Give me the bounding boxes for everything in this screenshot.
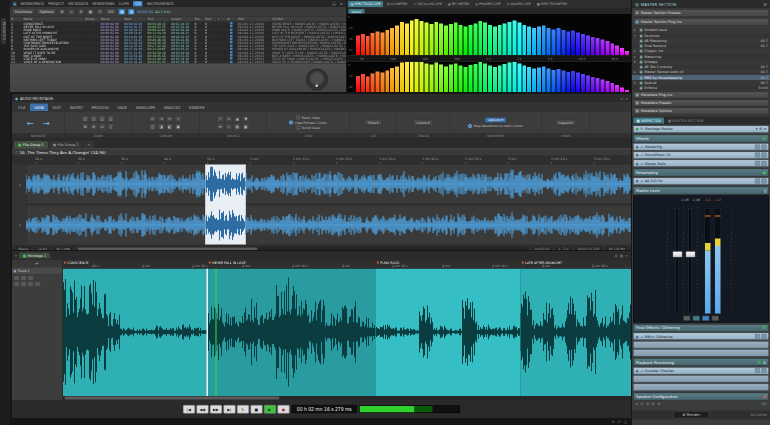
ribbon-tab-view[interactable]: VIEW — [30, 104, 48, 112]
navigate-back-button[interactable]: ← — [24, 118, 35, 127]
waveform-display[interactable]: 00 — [12, 165, 631, 245]
add-icon[interactable]: ⊞ — [759, 127, 762, 131]
column-header-1[interactable]: Name — [23, 17, 85, 22]
cd-text-checkbox[interactable] — [230, 25, 233, 28]
meter-mini-button[interactable] — [712, 315, 720, 321]
meter-tab-spectrometer[interactable]: ▦SPECTROMETER — [534, 1, 569, 7]
waveform-selection[interactable] — [205, 165, 246, 245]
playback-add-icon[interactable]: ⊞ — [757, 360, 760, 365]
grid-icon[interactable]: ▦ — [87, 8, 95, 15]
waveform-right-channel[interactable] — [26, 206, 631, 245]
track-gear-button[interactable] — [14, 282, 20, 287]
add-final-effect-button[interactable]: ⊞ — [763, 326, 766, 331]
bypass-icon[interactable]: ◉ — [636, 161, 639, 165]
effect-slot[interactable]: ◉ ⊿SoundMaxx 16 — [633, 151, 769, 159]
record-button[interactable]: ● — [277, 405, 289, 414]
bypass-icon[interactable]: ◉ — [636, 179, 639, 183]
ribbon-tab-process[interactable]: PROCESS — [87, 104, 113, 112]
tool-icon[interactable]: ◫ — [149, 123, 157, 130]
view-option-static-view[interactable]: Static View — [296, 116, 320, 120]
panel-tab-inspector[interactable]: ▦ INSPECTOR — [634, 118, 664, 124]
ribbon-tab-file[interactable]: FILE — [14, 104, 30, 112]
audio-clip[interactable] — [208, 269, 377, 397]
tree-arrow-icon[interactable]: ▾ — [634, 60, 638, 64]
cd-text-checkbox[interactable] — [230, 57, 233, 60]
montage-tab[interactable]: ■ Montage 1 — [19, 253, 50, 259]
editor-time-ruler[interactable]: 10 s20 s30 s40 s50 s1 mn1 mn 10 s1 mn 20… — [12, 156, 631, 165]
dropdown-icon[interactable]: ▾ — [756, 127, 758, 131]
menu-item-project[interactable]: PROJECT — [48, 1, 64, 6]
montage-clips-area[interactable] — [63, 269, 632, 397]
panel-menu-icon[interactable]: ☰ — [763, 2, 767, 7]
tool-icon[interactable]: ◳ — [90, 116, 98, 123]
column-header-7[interactable]: Pre — [194, 17, 205, 22]
track-auto-button[interactable] — [35, 282, 41, 287]
column-header-10[interactable]: ⚙ — [226, 17, 237, 22]
view-list-toggle[interactable]: ▤ — [118, 8, 126, 15]
speaker-4-icon[interactable]: ④ — [657, 402, 660, 406]
final-effect-slot[interactable]: ◉ ⊿MBit+ Dithering — [633, 333, 769, 341]
tool-icon[interactable]: ▭ — [99, 123, 107, 130]
tree-arrow-icon[interactable]: ▾ — [634, 33, 638, 37]
menu-item-workspace[interactable]: WORKSPACE — [21, 1, 45, 6]
preset-icon[interactable]: ⊿ — [640, 145, 643, 149]
plugin-tree-row[interactable]: ▣ RMS by Housekeeping48.7 — [632, 75, 770, 80]
remove-box-icon[interactable] — [762, 368, 767, 373]
editor-scrollbar[interactable] — [76, 247, 528, 250]
chain-scope-row[interactable]: ● ⚒ Montage Master ▾⊞≡ — [633, 125, 769, 133]
menu-item-cd[interactable]: CD — [133, 1, 143, 7]
effects-header[interactable]: Effects⊞ — [633, 134, 769, 142]
collapsed-section-metadata-plug-ins[interactable]: ▦Metadata Plug-ins — [633, 92, 769, 99]
window-layout-icon[interactable]: ▤ — [332, 1, 336, 6]
ribbon-tab-analyze[interactable]: ANALYZE — [160, 104, 185, 112]
tool-icon[interactable]: + — [217, 116, 225, 123]
plugin-tree-row[interactable]: ▣ dB Tab Currently48.7 — [632, 64, 770, 69]
meter-tab-phasescope[interactable]: ◎PHASESCOPE — [473, 1, 503, 7]
tool-icon[interactable]: × — [225, 116, 233, 123]
plugin-tree-row[interactable]: ▣ dB Mastering48.7 — [632, 38, 770, 43]
final-effects-header[interactable]: Final Effects / Dithering⊞ — [633, 324, 769, 332]
forward-button[interactable]: ▶▶ — [210, 405, 222, 414]
cd-text-checkbox[interactable] — [230, 51, 233, 54]
go-start-button[interactable]: |◀ — [183, 405, 195, 414]
preset-icon[interactable]: ⊿ — [640, 334, 643, 338]
solo-button[interactable] — [21, 276, 27, 281]
meter-tab-spectroscope[interactable]: ▥SPECTROSCOPE — [348, 1, 383, 7]
plugin-tree-row[interactable]: ▣ EnforceEnroll — [632, 85, 770, 90]
montage-close-icon[interactable]: × — [625, 254, 628, 258]
solo-box-icon[interactable] — [755, 161, 760, 166]
monitor-knob[interactable] — [306, 69, 328, 91]
preset-icon[interactable]: ⊿ — [640, 161, 643, 165]
ribbon-tab-insert[interactable]: INSERT — [66, 104, 87, 112]
time-format-dropdown[interactable]: Time ▾ — [364, 120, 382, 126]
scrollbar-thumb[interactable] — [77, 247, 257, 250]
file-tab[interactable]: ■File Group 1 — [14, 141, 48, 148]
preset-icon[interactable]: ⊿ — [640, 153, 643, 157]
speaker-config-header[interactable]: Speaker Configuration◉ — [633, 392, 769, 400]
audio-clip[interactable] — [376, 269, 522, 397]
functions-button[interactable]: Functions — [12, 9, 35, 15]
tool-icon[interactable]: ◱ — [99, 116, 107, 123]
track-marker[interactable]: ▼CONSCIENCE — [64, 261, 89, 265]
view-detail-toggle[interactable]: ▥ — [128, 8, 136, 15]
meter-mini-button[interactable] — [683, 315, 691, 321]
remove-box-icon[interactable] — [762, 179, 767, 184]
magnet-icon[interactable]: ∪ — [68, 8, 76, 15]
minimize-icon[interactable]: ▫ — [621, 96, 624, 101]
column-header-0[interactable]: # — [10, 17, 23, 22]
solo-box-icon[interactable] — [755, 334, 760, 339]
track-marker[interactable]: ▼LATE AFTER MIDNIGHT — [522, 261, 563, 265]
dock-icon-2[interactable]: ⊟ — [618, 420, 621, 424]
tool-icon[interactable]: ⊕ — [82, 123, 90, 130]
playback-slot[interactable]: ◉ ⊿Encoder Checker — [633, 367, 769, 375]
cd-text-checkbox[interactable] — [230, 41, 233, 44]
final-effect-slot[interactable] — [633, 349, 769, 357]
tool-icon[interactable]: ⊖ — [90, 123, 98, 130]
cd-text-checkbox[interactable] — [230, 44, 233, 47]
rewind-button[interactable]: ◀◀ — [196, 405, 208, 414]
speaker-mute-icon[interactable]: ◉ — [763, 394, 766, 399]
view-option-scroll-view[interactable]: Scroll View — [296, 126, 319, 130]
master-presets-header[interactable]: ⚙Master Section Presets — [633, 9, 769, 17]
column-header-9[interactable]: ♪ — [217, 17, 227, 22]
audio-clip[interactable] — [63, 269, 209, 397]
